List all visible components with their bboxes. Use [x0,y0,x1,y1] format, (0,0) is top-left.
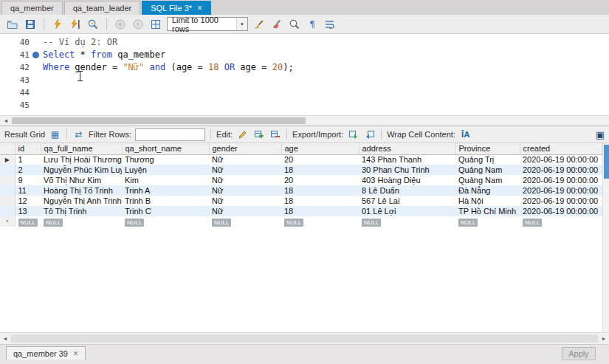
cell[interactable]: 567 Lê Lai [359,196,455,206]
cell[interactable]: Nữ [209,196,281,206]
cell[interactable]: NULL [41,216,122,227]
sql-editor[interactable]: 40-- Ví dụ 2: OR41Select * from qa_membe… [0,34,609,115]
tab-qa_team_leader[interactable]: qa_team_leader [64,1,141,15]
row-selector[interactable]: ▶ [0,154,15,165]
cell[interactable]: Nguyễn Phúc Kim Luyện [41,165,122,175]
edit-cell-icon[interactable] [236,128,249,141]
hscroll-thumb[interactable] [11,334,598,343]
close-icon[interactable]: × [197,4,202,13]
cell[interactable]: Trinh A [122,185,209,196]
wrap-cell-content-icon[interactable]: ĪA [459,128,472,141]
cell[interactable]: NULL [520,216,602,227]
cell[interactable]: 2020-06-19 00:00:00 [520,165,602,175]
export-icon[interactable] [347,128,359,141]
code-line[interactable]: 41Select * from qa_member [0,49,609,61]
cell[interactable]: NULL [359,216,455,227]
cell[interactable]: 2020-06-19 00:00:00 [520,206,602,216]
cell[interactable]: TP Hồ Chí Minh [455,206,520,216]
scroll-left-icon[interactable]: ◄ [0,333,10,344]
column-header-qa_full_name[interactable]: qa_full_name [41,143,122,154]
code-line[interactable]: 44 [0,86,609,99]
cell[interactable]: Quảng Trị [455,154,520,165]
column-header-created[interactable]: created [520,143,602,154]
execute-current-statement-icon[interactable] [69,18,82,31]
wrap-text-icon[interactable] [323,18,337,31]
cell[interactable]: Lưu Thị Hoài Thương [41,154,122,165]
cell[interactable]: 9 [15,175,41,185]
cell[interactable]: Trinh B [122,196,209,206]
delete-row-icon[interactable] [269,128,281,141]
import-icon[interactable] [363,128,376,141]
cell[interactable]: Quảng Nam [455,175,520,185]
cell[interactable]: Võ Thị Như Kim [41,175,122,185]
cell[interactable]: Hà Nội [455,196,520,206]
refresh-icon[interactable]: ⇄ [72,128,85,141]
cell[interactable]: 2 [15,165,41,175]
cell[interactable]: 11 [15,185,41,196]
cell[interactable]: 1 [15,154,41,165]
cell[interactable]: 18 [281,196,359,206]
row-selector[interactable] [0,165,15,175]
cell[interactable]: 01 Lê Lợi [359,206,455,216]
cell[interactable]: 18 [281,206,359,216]
cell[interactable]: NULL [281,216,359,227]
cell[interactable]: Thương [122,154,209,165]
cell[interactable]: Đà Nẵng [455,185,520,196]
scroll-right-icon[interactable]: ► [599,333,609,344]
cell[interactable]: Luyện [122,165,209,175]
column-header-province[interactable]: Province [455,143,520,154]
scroll-left-icon[interactable]: ◄ [1,116,10,126]
cell[interactable]: NULL [15,216,41,227]
table-row[interactable]: 9Võ Thị Như KimKimNữ20403 Hoàng DiệuQuản… [0,175,602,185]
tab-qa_member[interactable]: qa_member [1,1,63,15]
vscroll-thumb[interactable] [604,145,609,179]
cell[interactable]: 20 [281,175,359,185]
row-selector[interactable] [0,206,15,216]
cell[interactable]: Quảng Nam [455,165,520,175]
cell[interactable]: Nữ [209,206,281,216]
cell[interactable]: Nữ [209,154,281,165]
code-line[interactable]: 42Where gender = "Nữ" and (age = 18 OR a… [0,61,609,74]
cell[interactable]: NULL [455,216,520,227]
cell[interactable]: Nữ [209,165,281,175]
cell[interactable]: 12 [15,196,41,206]
explain-icon[interactable] [86,18,100,31]
cell[interactable]: NULL [122,216,209,227]
grid-vscrollbar[interactable] [602,143,609,332]
column-header-age[interactable]: age [281,143,359,154]
cell[interactable]: 2020-06-19 00:00:00 [520,196,602,206]
table-row[interactable]: 11Hoàng Thị Tố TrinhTrinh ANữ188 Lê Duẩn… [0,185,602,196]
table-row[interactable]: 13Tô Thị TrinhTrinh CNữ1801 Lê LợiTP Hồ … [0,206,602,216]
cell[interactable]: 20 [281,154,359,165]
cell[interactable]: Kim [122,175,209,185]
column-header-address[interactable]: address [359,143,455,154]
editor-hscrollbar[interactable]: ◄ [0,115,609,126]
row-selector[interactable] [0,185,15,196]
row-selector[interactable] [0,196,15,206]
cell[interactable]: 18 [281,185,359,196]
beautify-icon[interactable] [252,18,266,31]
cell[interactable]: Tô Thị Trinh [41,206,122,216]
code-line[interactable]: 45 [0,99,609,111]
cell[interactable]: 13 [15,206,41,216]
table-row[interactable]: 12Nguyễn Thị Anh TrinhTrinh BNữ18567 Lê … [0,196,602,206]
cell[interactable]: Nguyễn Thị Anh Trinh [41,196,122,206]
cell[interactable]: Hoàng Thị Tố Trinh [41,185,122,196]
limit-rows-select[interactable]: Limit to 1000 rows ▼ [167,17,248,31]
table-row[interactable]: ▶1Lưu Thị Hoài ThươngThươngNữ20143 Phan … [0,154,602,165]
invisible-characters-icon[interactable]: ¶ [306,18,319,31]
close-icon[interactable]: × [73,349,78,358]
tab-sql-file-3-[interactable]: SQL File 3*× [142,1,211,15]
code-line[interactable]: 43 [0,74,609,86]
filter-rows-input[interactable] [135,128,205,141]
cell[interactable]: Trinh C [122,206,209,216]
panel-toggle-icon[interactable]: ▣ [596,129,605,140]
cell[interactable]: 30 Phan Chu Trinh [359,165,455,175]
find-icon[interactable] [288,18,301,31]
add-row-icon[interactable] [252,128,265,141]
toggle-stop-on-error-icon[interactable] [131,18,145,31]
table-row[interactable]: 2Nguyễn Phúc Kim LuyệnLuyệnNữ1830 Phan C… [0,165,602,175]
cell[interactable]: 2020-06-19 00:00:00 [520,154,602,165]
insert-row[interactable]: *NULLNULLNULLNULLNULLNULLNULLNULL [0,216,602,227]
chevron-down-icon[interactable]: ▼ [236,18,247,30]
